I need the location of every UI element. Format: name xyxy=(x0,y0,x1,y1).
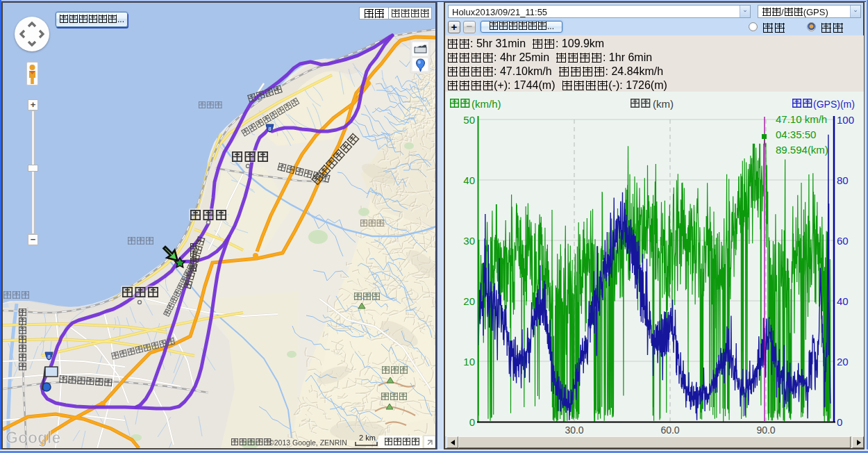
svg-text:(GPS)(m): (GPS)(m) xyxy=(813,99,855,110)
svg-text:30: 30 xyxy=(463,235,475,247)
svg-text:47.10 km/h: 47.10 km/h xyxy=(776,113,827,125)
svg-text:60.0: 60.0 xyxy=(660,425,679,436)
svg-text:100: 100 xyxy=(837,114,854,126)
svg-text:50: 50 xyxy=(463,114,475,126)
svg-text:80: 80 xyxy=(837,174,849,186)
svg-text:(km/h): (km/h) xyxy=(471,98,501,110)
svg-text:20: 20 xyxy=(463,295,475,307)
svg-text:30.0: 30.0 xyxy=(565,425,583,436)
svg-text:60: 60 xyxy=(837,235,849,247)
svg-text:10: 10 xyxy=(463,356,475,368)
svg-text:90.0: 90.0 xyxy=(756,425,775,436)
svg-text:©2013 Google, ZENRIN: ©2013 Google, ZENRIN xyxy=(269,438,347,447)
svg-text:8: 8 xyxy=(47,354,51,360)
svg-text:2 km: 2 km xyxy=(359,434,376,442)
svg-text:89.594(km): 89.594(km) xyxy=(776,144,828,156)
svg-text:20: 20 xyxy=(837,356,849,368)
svg-text:(km): (km) xyxy=(653,98,674,110)
svg-text:8: 8 xyxy=(268,126,272,132)
svg-text:0: 0 xyxy=(469,416,475,428)
svg-text:Google: Google xyxy=(6,429,60,447)
svg-text:0: 0 xyxy=(837,416,842,428)
svg-text:40: 40 xyxy=(463,174,475,186)
svg-text:40: 40 xyxy=(837,295,849,307)
svg-text:04:35:50: 04:35:50 xyxy=(776,129,816,140)
